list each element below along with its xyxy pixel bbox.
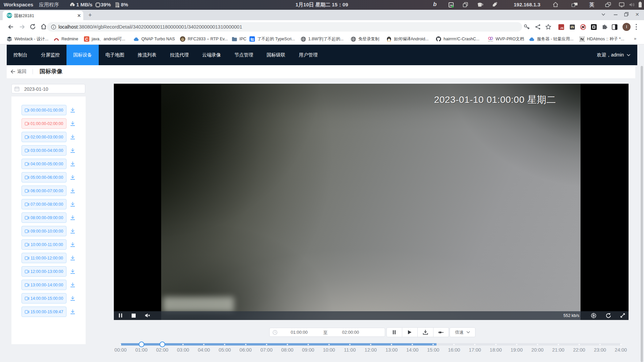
svg-text:C: C (85, 37, 88, 42)
svg-text:JS: JS (560, 27, 563, 30)
svg-text:知: 知 (250, 37, 254, 41)
svg-text:WVP-PRO: WVP-PRO (488, 41, 493, 42)
